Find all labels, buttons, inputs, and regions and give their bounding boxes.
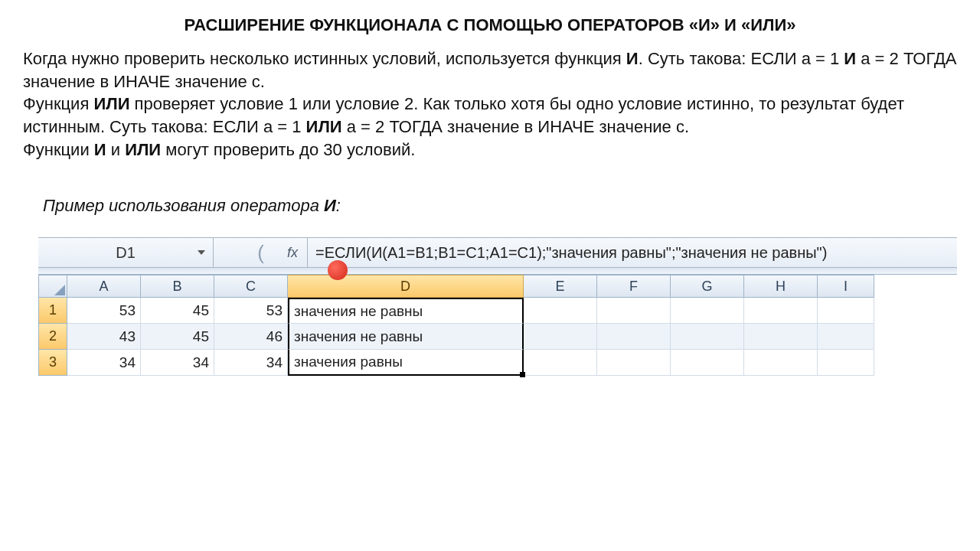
text: : [336,196,341,215]
cell-h2[interactable] [744,324,818,350]
cell-i2[interactable] [818,324,874,350]
cell-i3[interactable] [818,350,874,376]
cell-g3[interactable] [671,350,744,376]
cell-f2[interactable] [597,324,671,350]
example-label: Пример использования оператора И: [43,196,957,216]
col-header-e[interactable]: E [524,275,597,298]
column-header-row: A B C D E F G H I [38,275,957,298]
bold-and: И [626,49,639,68]
text: Функции [23,140,94,159]
explanation-paragraph: Когда нужно проверить несколько истинных… [23,47,957,161]
name-box[interactable]: D1 [38,238,214,267]
cell-g2[interactable] [671,324,744,350]
text: Пример использования оператора [43,196,324,215]
text: могут проверить до 30 условий. [161,140,415,159]
col-header-d[interactable]: D [288,275,524,298]
paren-icon: ( [257,241,264,265]
cell-a1[interactable]: 53 [67,298,141,324]
cell-c1[interactable]: 53 [214,298,288,324]
cell-b3[interactable]: 34 [141,350,214,376]
cell-h3[interactable] [744,350,818,376]
formula-bar: D1 ( fx =ЕСЛИ(И(A1=B1;B1=C1;A1=C1);"знач… [38,237,957,268]
text: Функция [23,94,93,113]
cell-c3[interactable]: 34 [214,350,288,376]
bold-and: И [844,49,856,68]
bold-or: ИЛИ [306,117,342,136]
page-title: РАСШИРЕНИЕ ФУНКЦИОНАЛА С ПОМОЩЬЮ ОПЕРАТО… [23,15,957,35]
cell-i1[interactable] [818,298,874,324]
col-header-g[interactable]: G [671,275,744,298]
text: . Суть такова: ЕСЛИ а = 1 [639,49,844,68]
cell-d1[interactable]: значения не равны [288,298,524,324]
chevron-down-icon[interactable] [198,250,205,255]
text: и [106,140,126,159]
select-all-corner[interactable] [38,275,67,298]
cell-b1[interactable]: 45 [141,298,214,324]
cell-b2[interactable]: 45 [141,324,214,350]
bold-or: ИЛИ [125,140,161,159]
row-header-1[interactable]: 1 [38,298,67,324]
cell-c2[interactable]: 46 [214,324,288,350]
col-header-b[interactable]: B [141,275,214,298]
col-header-a[interactable]: A [67,275,141,298]
table-row: 1 53 45 53 значения не равны [38,298,957,324]
cell-h1[interactable] [744,298,818,324]
formula-input[interactable]: =ЕСЛИ(И(A1=B1;B1=C1;A1=C1);"значения рав… [308,238,957,267]
name-box-value: D1 [116,244,136,262]
cell-d3[interactable]: значения равны [288,350,524,376]
formula-buttons: ( fx [214,238,308,267]
col-header-c[interactable]: C [214,275,288,298]
col-header-f[interactable]: F [597,275,671,298]
bold-and: И [324,196,336,215]
cell-a3[interactable]: 34 [67,350,141,376]
separator [38,268,957,275]
bold-and: И [94,140,106,159]
cell-g1[interactable] [671,298,744,324]
worksheet-grid: A B C D E F G H I 1 53 45 53 значения не… [38,275,957,376]
row-header-2[interactable]: 2 [38,324,67,350]
table-row: 3 34 34 34 значения равны [38,350,957,376]
cell-f1[interactable] [597,298,671,324]
bold-or: ИЛИ [93,94,129,113]
cell-e2[interactable] [524,324,597,350]
excel-screenshot: D1 ( fx =ЕСЛИ(И(A1=B1;B1=C1;A1=C1);"знач… [23,237,957,376]
text: а = 2 ТОГДА значение в ИНАЧЕ значение с. [342,117,689,136]
col-header-h[interactable]: H [744,275,818,298]
table-row: 2 43 45 46 значения не равны [38,324,957,350]
col-header-i[interactable]: I [818,275,874,298]
cell-f3[interactable] [597,350,671,376]
cell-a2[interactable]: 43 [67,324,141,350]
cell-e3[interactable] [524,350,597,376]
cell-e1[interactable] [524,298,597,324]
text: Когда нужно проверить несколько истинных… [23,49,626,68]
row-header-3[interactable]: 3 [38,350,67,376]
fx-button[interactable]: fx [287,245,298,261]
cell-d2[interactable]: значения не равны [288,324,524,350]
